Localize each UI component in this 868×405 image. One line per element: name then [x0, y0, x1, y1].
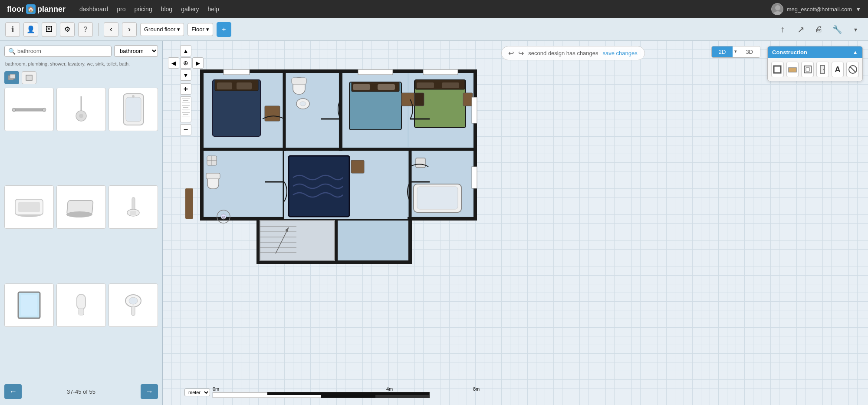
mode-dropdown-icon[interactable]: ▾ — [733, 46, 739, 57]
pan-left-button[interactable]: ◀ — [168, 57, 179, 69]
item-towel-rail[interactable] — [4, 88, 54, 131]
add-floor-button[interactable]: + — [217, 22, 231, 37]
user-button[interactable]: 👤 — [23, 22, 38, 37]
prev-page-button[interactable]: ← — [4, 384, 22, 399]
main-area: 🔍 bathroom kitchen living room bedroom b… — [0, 41, 868, 405]
nav-next-button[interactable]: › — [122, 22, 137, 37]
save-changes-link[interactable]: save changes — [603, 50, 638, 56]
svg-rect-19 — [132, 198, 135, 211]
svg-rect-69 — [442, 82, 459, 88]
undo-icon[interactable]: ↩ — [508, 49, 514, 57]
item-bathtub-3d[interactable] — [4, 185, 54, 229]
user-dropdown-icon[interactable]: ▼ — [855, 6, 861, 13]
svg-point-6 — [12, 108, 16, 112]
search-row: 🔍 bathroom kitchen living room bedroom — [4, 45, 158, 57]
nav-blog[interactable]: blog — [161, 6, 172, 13]
save-button[interactable]: ↑ — [775, 22, 790, 37]
add-floor-icon: + — [222, 26, 226, 33]
svg-rect-71 — [414, 93, 424, 106]
nav-pricing[interactable]: pricing — [134, 6, 152, 13]
svg-rect-92 — [417, 187, 458, 209]
nav-dashboard[interactable]: dashboard — [79, 6, 108, 13]
svg-point-27 — [129, 297, 138, 304]
item-sink-pedestal[interactable] — [108, 283, 158, 327]
item-shower[interactable] — [56, 88, 106, 131]
room-tool-button[interactable] — [801, 62, 814, 77]
svg-rect-64 — [378, 84, 395, 90]
notification-text: second design has changes — [528, 50, 598, 56]
item-mirror[interactable] — [4, 283, 54, 327]
svg-rect-12 — [126, 97, 141, 122]
item-bathtub-top[interactable] — [108, 88, 158, 131]
share-button[interactable]: ↗ — [793, 22, 808, 37]
logo: floor 🏠 planner — [7, 4, 66, 14]
door-tool-button[interactable] — [816, 62, 829, 77]
view-3d-button[interactable] — [4, 71, 19, 84]
help-button[interactable]: ? — [78, 22, 93, 37]
mode-3d-button[interactable]: 3D — [739, 46, 760, 57]
user-area: meg_escott@hotmail.com ▼ — [771, 3, 861, 15]
svg-rect-103 — [472, 97, 477, 123]
canvas-area[interactable]: ▲ ◀ ⊕ ▶ ▼ + — [163, 41, 868, 405]
user-icon: 👤 — [26, 25, 35, 33]
pan-up-button[interactable]: ▲ — [180, 45, 191, 56]
logo-text-floor: floor — [7, 5, 24, 14]
user-email[interactable]: meg_escott@hotmail.com — [787, 6, 852, 13]
redo-icon[interactable]: ↪ — [518, 49, 524, 57]
svg-point-60 — [300, 102, 306, 106]
eraser-tool-button[interactable] — [846, 62, 859, 77]
svg-rect-104 — [472, 167, 477, 188]
mode-2d-button[interactable]: 2D — [712, 46, 733, 57]
info-button[interactable]: ℹ — [5, 22, 20, 37]
nav-gallery[interactable]: gallery — [181, 6, 199, 13]
item-urinal[interactable] — [56, 283, 106, 327]
more-icon: ▾ — [854, 26, 857, 33]
notification-bar: ↩ ↪ second design has changes save chang… — [501, 46, 644, 60]
svg-line-36 — [850, 67, 855, 72]
item-bathtub-angle[interactable] — [56, 185, 106, 229]
print-button[interactable]: 🖨 — [812, 22, 826, 37]
floor-plan[interactable]: ⊙ — [189, 63, 484, 273]
item-tap[interactable] — [108, 185, 158, 229]
more-button[interactable]: ▾ — [848, 22, 863, 37]
svg-rect-55 — [237, 82, 252, 89]
text-tool-button[interactable]: A — [832, 62, 844, 77]
svg-rect-70 — [463, 93, 473, 106]
toolbar: ℹ 👤 🖼 ⚙ ? ‹ › Ground floor ▾ Floor ▾ + ↑… — [0, 18, 868, 41]
svg-rect-16 — [18, 202, 40, 212]
next-page-button[interactable]: → — [141, 384, 158, 399]
svg-rect-93 — [416, 158, 425, 168]
share-icon: ↗ — [797, 24, 805, 35]
nav-help[interactable]: help — [207, 6, 219, 13]
svg-point-1 — [773, 11, 782, 15]
svg-rect-65 — [401, 93, 414, 106]
floor2-selector[interactable]: Floor ▾ — [187, 23, 213, 36]
svg-rect-63 — [353, 84, 370, 90]
search-tags: bathroom, plumbing, shower, lavatory, wc… — [4, 60, 158, 68]
floor-tool-button[interactable] — [786, 62, 799, 77]
print-icon: 🖨 — [815, 25, 823, 34]
scale-mark-4: 4m — [386, 386, 473, 392]
search-input[interactable] — [17, 48, 108, 54]
scale-mark-8: 8m — [473, 386, 480, 392]
nav-pro[interactable]: pro — [117, 6, 125, 13]
svg-rect-24 — [77, 294, 85, 310]
floor-label: Ground floor — [144, 26, 175, 33]
info-icon: ℹ — [11, 25, 14, 34]
logo-text-planner: planner — [37, 5, 66, 14]
svg-point-0 — [775, 5, 780, 10]
settings-button[interactable]: ⚙ — [60, 22, 75, 37]
wrench-button[interactable]: 🔧 — [830, 22, 845, 37]
view-flat-button[interactable] — [22, 71, 36, 84]
svg-rect-4 — [26, 75, 32, 80]
floor-selector[interactable]: Ground floor ▾ — [140, 23, 184, 36]
nav-prev-button[interactable]: ‹ — [104, 22, 118, 37]
svg-point-7 — [43, 108, 46, 112]
scale-unit-selector[interactable]: meter feet — [184, 389, 210, 396]
construction-collapse-icon[interactable]: ▲ — [852, 49, 858, 56]
construction-tools: A — [768, 58, 862, 81]
photos-button[interactable]: 🖼 — [42, 22, 56, 37]
category-dropdown[interactable]: bathroom kitchen living room bedroom — [114, 45, 158, 57]
svg-rect-68 — [417, 82, 434, 88]
wall-tool-button[interactable] — [771, 62, 784, 77]
